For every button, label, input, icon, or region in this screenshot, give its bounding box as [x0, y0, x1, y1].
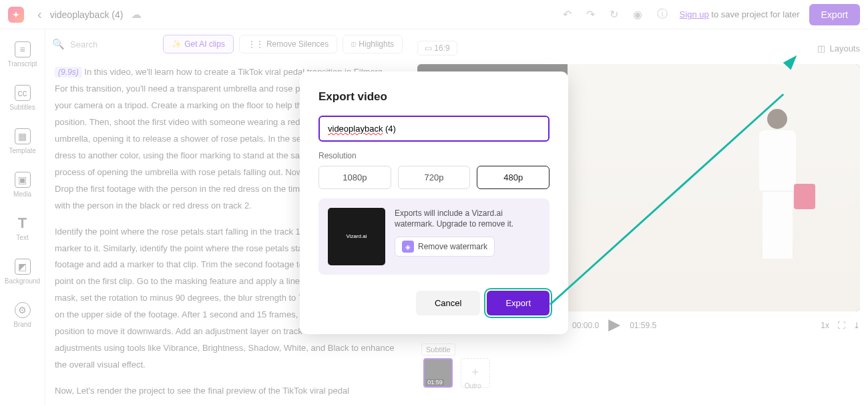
modal-overlay: Export video videoplayback (4) Resolutio…: [0, 0, 868, 405]
filename-input[interactable]: videoplayback (4): [318, 116, 550, 142]
modal-title: Export video: [318, 90, 550, 104]
watermark-preview: Vizard.ai: [328, 208, 385, 265]
confirm-export-button[interactable]: Export: [487, 291, 550, 315]
watermark-notice: Vizard.ai Exports will include a Vizard.…: [318, 198, 550, 275]
remove-watermark-button[interactable]: ◈ Remove watermark: [395, 237, 495, 257]
resolution-480p[interactable]: 480p: [477, 166, 550, 189]
resolution-label: Resolution: [318, 151, 550, 160]
resolution-720p[interactable]: 720p: [398, 166, 471, 189]
diamond-icon: ◈: [402, 241, 414, 253]
cancel-button[interactable]: Cancel: [416, 291, 480, 315]
resolution-1080p[interactable]: 1080p: [318, 166, 391, 189]
export-modal: Export video videoplayback (4) Resolutio…: [300, 72, 568, 334]
